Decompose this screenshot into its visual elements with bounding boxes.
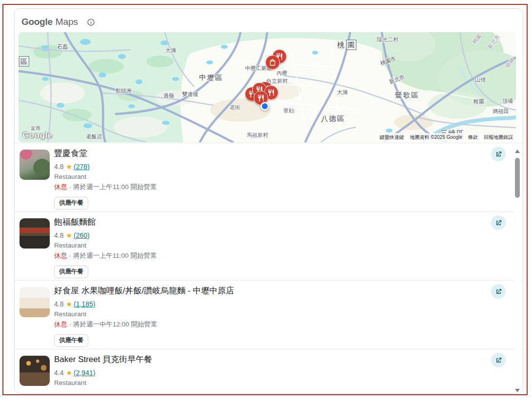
- place-photo[interactable]: [20, 150, 50, 180]
- opens-at-label: · 將於週一中午12:00 開始營業: [67, 321, 158, 328]
- closed-label: 休息: [54, 321, 67, 328]
- open-in-new-button[interactable]: [491, 147, 506, 161]
- open-in-new-icon: [495, 219, 502, 227]
- closed-label: 休息: [54, 183, 67, 191]
- place-category: Restaurant: [54, 242, 479, 249]
- map-data-copyright: 地圖資料 ©2025 Google: [410, 134, 462, 141]
- map-label: 老街: [230, 104, 240, 111]
- google-watermark: Google: [22, 131, 53, 140]
- open-in-new-button[interactable]: [491, 284, 506, 299]
- place-status: 休息 · 將於週一中午12:00 開始營業: [54, 320, 479, 329]
- place-name: 好食屋 水果咖哩飯/丼飯/讚岐烏龍麵 - 中壢中原店: [54, 285, 479, 297]
- map-label: 老飯店: [86, 133, 102, 140]
- place-status: 休息 · 將於週一上午11:00 開始營業: [54, 183, 479, 191]
- rating-value: 4.8: [54, 163, 63, 171]
- place-name: Baker Street 貝克街早午餐: [54, 354, 479, 365]
- scrollbar-down-arrow[interactable]: [514, 386, 521, 394]
- map-label: 媽祖田: [493, 108, 509, 115]
- rating-value: 4.8: [54, 300, 63, 308]
- open-in-new-icon: [495, 357, 502, 364]
- map-label: 過嶺: [163, 92, 174, 99]
- review-count-link[interactable]: (1,185): [74, 300, 95, 308]
- place-photo[interactable]: [20, 356, 50, 386]
- map-label: 八德區: [321, 114, 345, 123]
- open-in-new-button[interactable]: [491, 215, 506, 230]
- star-icon: ★: [66, 300, 72, 308]
- scrollbar-up-arrow[interactable]: [514, 147, 521, 155]
- serves-lunch-badge: 供應午餐: [54, 334, 88, 347]
- google-logo: Google: [21, 17, 53, 27]
- widget-header: Google Maps: [21, 16, 95, 28]
- star-icon: ★: [66, 369, 72, 377]
- scrollbar[interactable]: [514, 147, 521, 394]
- rating-value: 4.8: [54, 231, 63, 239]
- star-icon: ★: [66, 163, 72, 171]
- keyboard-shortcuts-link[interactable]: 鍵盤快速鍵: [380, 134, 404, 141]
- map-label: 華勛: [283, 107, 294, 115]
- page: Google Maps: [0, 0, 532, 402]
- list-item[interactable]: 飽福飯麵館 4.8 ★ (260) Restaurant 休息 · 將於週一上午…: [15, 212, 523, 281]
- list-item[interactable]: 豐慶食堂 4.8 ★ (278) Restaurant 休息 · 將於週一上午1…: [15, 143, 523, 212]
- open-in-new-icon: [495, 288, 502, 295]
- map-label: 雙連坡: [182, 91, 198, 98]
- map-label: 柑園: [473, 98, 484, 105]
- opens-at-label: · 將於週一上午11:00 開始營業: [67, 183, 157, 191]
- place-category: Restaurant: [54, 379, 479, 386]
- map-label: 石磊: [57, 43, 68, 51]
- serves-lunch-badge: 供應午餐: [54, 266, 88, 278]
- scrollbar-thumb[interactable]: [515, 158, 520, 198]
- closed-label: 休息: [54, 252, 67, 259]
- map-label: 區: [19, 57, 29, 67]
- map-canvas[interactable]: 石磊區大湳犁頭洲過嶺雙連坡富岡老飯店中壢區中壢工業區內壢自立新村老街華勛馬祖新村…: [19, 32, 516, 142]
- map-label: 大湳: [337, 89, 348, 96]
- serves-lunch-badge: 供應午餐: [54, 197, 88, 210]
- map-label: 頂埔: [502, 97, 513, 105]
- map-label: 馬祖新村: [247, 132, 268, 139]
- shopping-marker[interactable]: [265, 55, 280, 70]
- review-count-link[interactable]: (260): [74, 231, 90, 239]
- places-list: 豐慶食堂 4.8 ★ (278) Restaurant 休息 · 將於週一上午1…: [15, 143, 523, 394]
- map-attribution: 鍵盤快速鍵 地圖資料 ©2025 Google 條款 回報地圖錯誤: [376, 133, 516, 142]
- report-error-link[interactable]: 回報地圖錯誤: [484, 134, 513, 141]
- map-label: 犁頭洲: [116, 87, 132, 95]
- terms-link[interactable]: 條款: [468, 134, 478, 141]
- map-label: 桃: [337, 40, 346, 50]
- star-icon: ★: [66, 231, 72, 239]
- opens-at-label: · 將於週一上午11:00 開始營業: [67, 252, 157, 259]
- info-icon[interactable]: [87, 18, 95, 26]
- place-category: Restaurant: [54, 173, 479, 180]
- list-item[interactable]: 好食屋 水果咖哩飯/丼飯/讚岐烏龍麵 - 中壢中原店 4.8 ★ (1,185)…: [15, 281, 523, 349]
- review-count-link[interactable]: (2,941): [74, 369, 95, 377]
- map-label: 大湳: [165, 47, 176, 54]
- open-in-new-button[interactable]: [491, 353, 506, 367]
- list-item[interactable]: Baker Street 貝克街早午餐 4.4 ★ (2,941) Restau…: [15, 349, 523, 394]
- place-photo[interactable]: [20, 287, 50, 317]
- open-in-new-icon: [495, 151, 502, 158]
- place-name: 豐慶食堂: [54, 148, 479, 159]
- map-label: 內壢: [276, 70, 287, 77]
- map-label: 陸光二村: [377, 36, 398, 43]
- review-count-link[interactable]: (278): [74, 163, 90, 171]
- map-label: 山佳: [475, 76, 486, 83]
- map-label: 鶯歌區: [395, 91, 419, 100]
- maps-label: Maps: [56, 17, 78, 27]
- current-location-dot: [260, 102, 269, 111]
- place-name: 飽福飯麵館: [54, 216, 479, 228]
- map-label: 園: [346, 40, 356, 50]
- maps-widget-card: Google Maps: [14, 8, 523, 394]
- map-label: 中壢區: [199, 73, 223, 82]
- rating-value: 4.4: [54, 369, 63, 377]
- place-photo[interactable]: [20, 218, 50, 249]
- place-category: Restaurant: [54, 310, 479, 318]
- place-status: 休息 · 將於週一上午11:00 開始營業: [54, 251, 479, 260]
